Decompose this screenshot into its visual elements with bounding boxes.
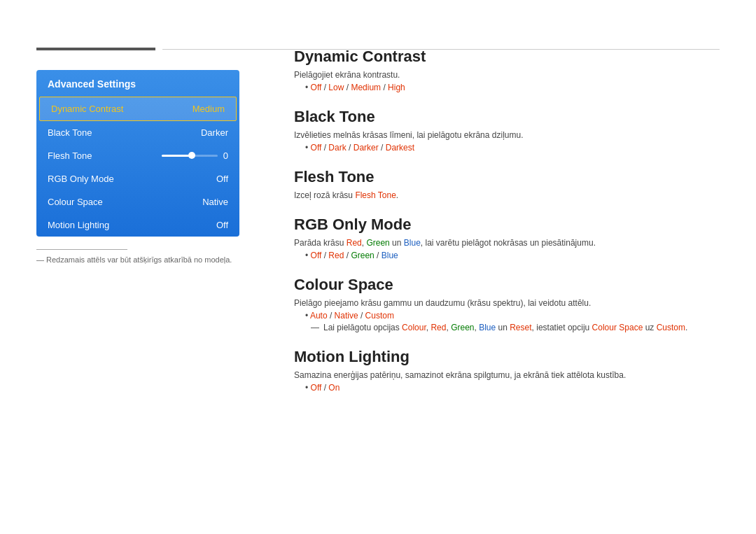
panel-note-line bbox=[36, 249, 127, 250]
bt-opt-dark: Dark bbox=[328, 143, 346, 153]
bt-sep3: / bbox=[379, 143, 386, 153]
dc-opt-medium: Medium bbox=[351, 83, 381, 92]
rgb-green-link: Green bbox=[366, 238, 389, 248]
black-tone-options: • Off / Dark / Darker / Darkest bbox=[302, 143, 720, 153]
cs-sep1: / bbox=[328, 311, 335, 321]
dynamic-contrast-value: Medium bbox=[192, 104, 225, 114]
colour-space-desc: Pielāgo pieejamo krāsu gammu un daudzumu… bbox=[294, 298, 720, 308]
flesh-tone-slider-track[interactable] bbox=[162, 155, 218, 157]
section-rgb-only-mode: RGB Only Mode Parāda krāsu Red, Green un… bbox=[294, 216, 720, 260]
colour-space-value: Native bbox=[202, 197, 228, 207]
flesh-tone-slider-fill bbox=[162, 155, 190, 157]
dynamic-contrast-options: • Off / Low / Medium / High bbox=[302, 83, 720, 92]
section-flesh-tone: Flesh Tone Izceļ rozā krāsu Flesh Tone. bbox=[294, 168, 720, 200]
menu-item-flesh-tone[interactable]: Flesh Tone 0 bbox=[36, 144, 239, 167]
colour-space-options: • Auto / Native / Custom bbox=[302, 311, 720, 321]
ml-sep1: / bbox=[321, 383, 328, 393]
black-tone-label: Black Tone bbox=[48, 127, 92, 138]
bt-opt-darkest: Darkest bbox=[386, 143, 414, 153]
flesh-tone-label: Flesh Tone bbox=[48, 150, 92, 161]
bt-opt-darker: Darker bbox=[354, 143, 379, 153]
bullet-1: • bbox=[305, 83, 308, 92]
dc-opt-off: Off bbox=[311, 83, 322, 92]
colour-space-note: ― Lai pielāgotu opcijas Colour, Red, Gre… bbox=[311, 323, 720, 332]
flesh-tone-link: Flesh Tone bbox=[355, 190, 396, 200]
bullet-3: • bbox=[305, 251, 308, 260]
menu-item-black-tone[interactable]: Black Tone Darker bbox=[36, 121, 239, 144]
motion-lighting-title: Motion Lighting bbox=[294, 348, 720, 366]
flesh-tone-desc: Izceļ rozā krāsu Flesh Tone. bbox=[294, 190, 720, 200]
rgb-only-mode-options: • Off / Red / Green / Blue bbox=[302, 251, 720, 260]
cs-sep2: / bbox=[358, 311, 365, 321]
advanced-settings-box: Advanced Settings Dynamic Contrast Mediu… bbox=[36, 70, 239, 237]
section-motion-lighting: Motion Lighting Samazina enerģijas patēr… bbox=[294, 348, 720, 393]
bt-opt-off: Off bbox=[311, 143, 322, 153]
rgb-opt-green: Green bbox=[351, 251, 374, 260]
bullet-5: • bbox=[305, 383, 308, 393]
motion-lighting-value: Off bbox=[216, 220, 228, 230]
rgb-opt-red: Red bbox=[328, 251, 344, 260]
dynamic-contrast-label: Dynamic Contrast bbox=[51, 104, 123, 114]
dynamic-contrast-desc: Pielāgojiet ekrāna kontrastu. bbox=[294, 70, 720, 80]
rgb-only-mode-label: RGB Only Mode bbox=[48, 174, 114, 184]
panel-title: Advanced Settings bbox=[36, 70, 239, 97]
rgb-sep2: / bbox=[344, 251, 351, 260]
rgb-sep3: / bbox=[374, 251, 382, 260]
cs-opt-custom: Custom bbox=[365, 311, 394, 321]
menu-item-motion-lighting[interactable]: Motion Lighting Off bbox=[36, 213, 239, 237]
section-black-tone: Black Tone Izvēlieties melnās krāsas līm… bbox=[294, 108, 720, 153]
section-dynamic-contrast: Dynamic Contrast Pielāgojiet ekrāna kont… bbox=[294, 48, 720, 92]
rgb-only-mode-desc: Parāda krāsu Red, Green un Blue, lai var… bbox=[294, 238, 720, 248]
ml-opt-on: On bbox=[328, 383, 340, 393]
black-tone-title: Black Tone bbox=[294, 108, 720, 126]
ml-opt-off: Off bbox=[311, 383, 322, 393]
flesh-tone-slider-area: 0 bbox=[162, 150, 228, 161]
bullet-4: • bbox=[305, 311, 308, 321]
colour-space-label: Colour Space bbox=[48, 197, 103, 207]
dynamic-contrast-title: Dynamic Contrast bbox=[294, 48, 720, 66]
panel-note-text: ― Redzamais attēls var būt atšķirīgs atk… bbox=[36, 255, 239, 264]
rgb-red-link: Red bbox=[346, 238, 362, 248]
motion-lighting-desc: Samazina enerģijas patēriņu, samazinot e… bbox=[294, 370, 720, 380]
panel-note: ― Redzamais attēls var būt atšķirīgs atk… bbox=[36, 249, 239, 264]
flesh-tone-slider-thumb bbox=[188, 152, 195, 159]
flesh-tone-value: 0 bbox=[223, 150, 228, 161]
black-tone-desc: Izvēlieties melnās krāsas līmeni, lai pi… bbox=[294, 130, 720, 140]
dc-sep3: / bbox=[381, 83, 388, 92]
section-colour-space: Colour Space Pielāgo pieejamo krāsu gamm… bbox=[294, 276, 720, 332]
em-dash: ― bbox=[311, 323, 319, 332]
menu-item-dynamic-contrast[interactable]: Dynamic Contrast Medium bbox=[39, 97, 237, 121]
left-panel: Advanced Settings Dynamic Contrast Mediu… bbox=[36, 70, 239, 264]
rgb-opt-off: Off bbox=[311, 251, 322, 260]
top-line-dark bbox=[36, 48, 155, 50]
menu-item-colour-space[interactable]: Colour Space Native bbox=[36, 190, 239, 213]
colour-space-note-text: Lai pielāgotu opcijas Colour, Red, Green… bbox=[323, 323, 687, 332]
black-tone-value: Darker bbox=[201, 127, 228, 138]
rgb-blue-link: Blue bbox=[404, 238, 421, 248]
bt-sep2: / bbox=[346, 143, 354, 153]
rgb-only-mode-value: Off bbox=[216, 174, 228, 184]
right-content: Dynamic Contrast Pielāgojiet ekrāna kont… bbox=[294, 48, 720, 408]
dc-opt-high: High bbox=[388, 83, 405, 92]
motion-lighting-options: • Off / On bbox=[302, 383, 720, 393]
colour-space-title: Colour Space bbox=[294, 276, 720, 294]
cs-opt-native: Native bbox=[335, 311, 358, 321]
dc-sep1: / bbox=[321, 83, 328, 92]
dc-opt-low: Low bbox=[328, 83, 344, 92]
menu-item-rgb-only-mode[interactable]: RGB Only Mode Off bbox=[36, 167, 239, 190]
cs-opt-auto: Auto bbox=[310, 311, 328, 321]
motion-lighting-label: Motion Lighting bbox=[48, 220, 109, 230]
rgb-opt-blue: Blue bbox=[382, 251, 398, 260]
rgb-sep1: / bbox=[321, 251, 328, 260]
bullet-2: • bbox=[305, 143, 308, 153]
dc-sep2: / bbox=[344, 83, 351, 92]
rgb-only-mode-title: RGB Only Mode bbox=[294, 216, 720, 234]
flesh-tone-title: Flesh Tone bbox=[294, 168, 720, 186]
bt-sep1: / bbox=[321, 143, 328, 153]
